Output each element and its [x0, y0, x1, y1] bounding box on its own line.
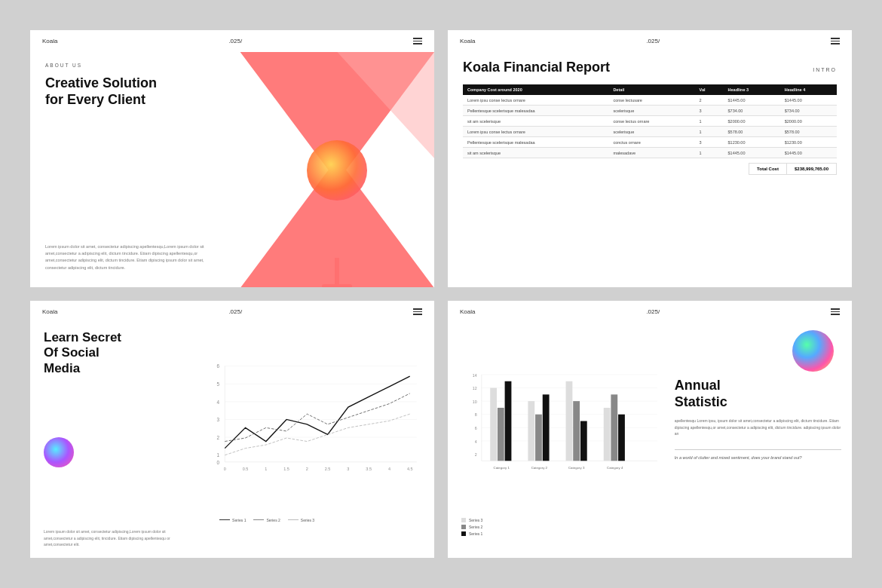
orb-slide1	[307, 140, 367, 201]
slide4-page-num: .025/	[646, 308, 660, 315]
slide4-brand: Koala	[460, 308, 475, 315]
svg-text:Category 2: Category 2	[531, 466, 548, 470]
total-row: Total Cost $238,999,765.00	[463, 163, 837, 175]
svg-text:2: 2	[217, 435, 220, 440]
slide1-left: ABOUT US Creative Solution for Every Cli…	[30, 52, 240, 287]
slide4-title: Annual Statistic	[675, 378, 841, 410]
slide-3: Koala .025/ Learn Secret Of Social Media…	[30, 301, 434, 558]
table-row: Lorem ipsu conse lectus ornareconse lect…	[463, 95, 837, 106]
slide3-right: 6 5 4 3 2 1 0 0 0.5 1 1.5 2 2.5 3 3.5 4	[200, 323, 434, 558]
svg-text:Category 4: Category 4	[607, 466, 623, 470]
hourglass-decoration	[240, 52, 434, 287]
slide4-content: 14 12 10 8 6 4 2 Category 1 Category 2	[448, 323, 852, 558]
slide2-content: Koala Financial Report INTRO Company Cos…	[448, 52, 852, 185]
svg-text:0: 0	[217, 460, 220, 465]
svg-rect-55	[461, 518, 466, 522]
svg-text:1: 1	[265, 467, 267, 471]
bar-chart-legend: Series 3 Series 2 Series 1	[458, 518, 664, 536]
slide2-menu[interactable]	[831, 38, 840, 44]
svg-text:1.5: 1.5	[283, 467, 289, 471]
svg-rect-56	[461, 525, 466, 529]
table-header-3: Headline 3	[724, 84, 780, 95]
svg-text:0.5: 0.5	[243, 467, 249, 471]
slide3-menu[interactable]	[413, 308, 422, 315]
svg-text:6: 6	[475, 426, 477, 430]
table-header-0: Company Cost around 2020	[463, 84, 608, 95]
svg-text:5: 5	[217, 381, 220, 387]
slide1-right	[240, 52, 434, 287]
slide3-page-num: .025/	[228, 308, 242, 315]
svg-text:12: 12	[473, 386, 477, 390]
slide1-brand: Koala	[42, 38, 57, 44]
glass-base	[322, 284, 352, 287]
slide4-right: Annual Statistic apellentesqu Lorem ipsu…	[670, 323, 852, 558]
slide3-content: Learn Secret Of Social Media Lorem ipsum…	[30, 323, 434, 558]
slide1-title: Creative Solution for Every Client	[45, 75, 225, 108]
table-row: sit am scelerisquemalesadave1$1445.00$14…	[463, 148, 837, 158]
slide4-quote: In a world of clutter and mixed sentimen…	[675, 455, 841, 461]
svg-text:0: 0	[224, 467, 226, 471]
table-header-4: Headline 4	[780, 84, 837, 95]
slide3-left: Learn Secret Of Social Media Lorem ipsum…	[30, 323, 200, 558]
table-row: sit am scelerisqueconse lectus ornare1$2…	[463, 116, 837, 127]
svg-rect-52	[611, 394, 617, 461]
table-row: Pellentesque scelerisque malesadaasceler…	[463, 106, 837, 116]
line-chart-area: 6 5 4 3 2 1 0 0 0.5 1 1.5 2 2.5 3 3.5 4	[204, 330, 424, 544]
svg-text:8: 8	[475, 412, 477, 417]
slide2-title-row: Koala Financial Report INTRO	[463, 60, 837, 75]
slide-4: Koala .025/ 14 12 10 8 6	[448, 301, 852, 558]
slide4-divider	[675, 449, 841, 450]
chart-legend: Series 1 Series 2 Series 3	[204, 515, 424, 522]
svg-rect-44	[535, 415, 542, 461]
svg-text:3.5: 3.5	[366, 467, 372, 471]
svg-text:Category 3: Category 3	[568, 466, 585, 470]
slide1-menu[interactable]	[413, 38, 422, 44]
table-row: Lorem ipsu conse lectus ornarescelerisqu…	[463, 127, 837, 137]
slide1-header: Koala .025/	[30, 30, 434, 52]
bar-legend-series3: Series 3	[461, 518, 664, 522]
svg-text:6: 6	[217, 363, 220, 369]
bar-legend-series2: Series 2	[461, 525, 664, 529]
svg-text:4.5: 4.5	[407, 467, 413, 471]
svg-text:4: 4	[475, 439, 477, 444]
svg-rect-39	[490, 388, 497, 461]
svg-rect-40	[498, 408, 504, 461]
svg-text:4: 4	[388, 467, 390, 471]
legend-line-1	[219, 519, 230, 520]
slide4-body: apellentesqu Lorem ipsu, ipsum dolor sit…	[675, 418, 841, 437]
bar-chart-svg: 14 12 10 8 6 4 2 Category 1 Category 2	[458, 327, 664, 515]
glass-stem	[335, 258, 339, 287]
slide4-menu[interactable]	[831, 308, 840, 315]
intro-label: INTRO	[813, 67, 837, 72]
slide1-content: ABOUT US Creative Solution for Every Cli…	[30, 52, 434, 287]
slide1-body: Lorem ipsum dolor sit amet, consectetur …	[45, 243, 225, 271]
about-label: ABOUT US	[45, 63, 225, 68]
svg-text:2: 2	[475, 452, 477, 457]
slide3-brand: Koala	[42, 308, 57, 315]
svg-rect-41	[505, 381, 512, 461]
slide-1: Koala .025/ ABOUT US Creative Solution f…	[30, 30, 434, 287]
svg-rect-45	[543, 394, 550, 461]
svg-rect-53	[618, 415, 625, 461]
slide-2: Koala .025/ Koala Financial Report INTRO…	[448, 30, 852, 287]
svg-text:Category 1: Category 1	[493, 466, 510, 470]
slide2-main-title: Koala Financial Report	[463, 60, 610, 75]
legend-series3: Series 3	[288, 518, 314, 522]
svg-text:3: 3	[217, 417, 220, 422]
total-label: Total Cost	[749, 163, 787, 175]
financial-table: Company Cost around 2020 Detail Val Head…	[463, 84, 837, 158]
annual-orb	[792, 330, 834, 372]
svg-text:2: 2	[306, 467, 308, 471]
svg-text:1: 1	[217, 452, 220, 458]
slide4-header: Koala .025/	[448, 301, 852, 323]
slide1-page-num: .025/	[228, 38, 242, 44]
svg-rect-51	[604, 408, 611, 461]
slide3-header: Koala .025/	[30, 301, 434, 323]
total-value: $238,999,765.00	[787, 163, 837, 175]
legend-line-2	[253, 519, 264, 520]
svg-rect-48	[573, 401, 580, 461]
slide2-header: Koala .025/	[448, 30, 852, 52]
slide2-brand: Koala	[460, 38, 475, 44]
svg-text:14: 14	[473, 373, 477, 378]
svg-text:4: 4	[217, 400, 220, 405]
